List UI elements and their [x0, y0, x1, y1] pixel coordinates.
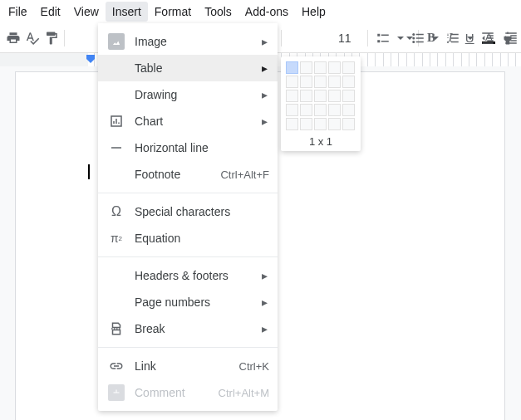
checklist-dropdown[interactable]	[395, 34, 406, 42]
menu-item-shortcut: Ctrl+K	[239, 360, 269, 373]
menu-item-label: Comment	[135, 386, 219, 399]
chevron-right-icon: ▸	[259, 35, 269, 48]
menu-view[interactable]: View	[67, 2, 106, 22]
menu-item-horizontal-line[interactable]: Horizontal line	[98, 134, 278, 161]
horizontal-line-icon	[108, 139, 125, 156]
link-icon	[108, 358, 125, 374]
menu-file[interactable]: File	[2, 2, 34, 22]
menu-bar: File Edit View Insert Format Tools Add-o…	[0, 0, 521, 23]
menu-item-label: Chart	[135, 115, 259, 128]
table-grid[interactable]	[286, 61, 356, 130]
menu-item-headers-footers[interactable]: Headers & footers ▸	[98, 262, 278, 289]
pi-icon: π2	[108, 230, 125, 247]
blank-icon	[108, 86, 125, 103]
toolbar-separator	[64, 30, 65, 46]
chevron-right-icon: ▸	[259, 322, 269, 335]
chart-icon	[108, 113, 125, 129]
table-grid-cell[interactable]	[314, 90, 327, 102]
menu-insert[interactable]: Insert	[106, 2, 148, 22]
menu-item-comment[interactable]: Comment Ctrl+Alt+M	[98, 379, 278, 406]
table-grid-cell[interactable]	[328, 61, 341, 74]
menu-item-label: Equation	[135, 232, 269, 245]
chevron-down-icon	[466, 34, 474, 42]
paint-roller-icon	[44, 31, 59, 46]
page-break-icon	[108, 320, 125, 337]
table-grid-cell[interactable]	[314, 104, 327, 116]
table-grid-cell[interactable]	[342, 76, 355, 88]
menu-edit[interactable]: Edit	[34, 2, 67, 22]
table-grid-cell[interactable]	[300, 118, 312, 130]
menu-tools[interactable]: Tools	[198, 2, 238, 22]
menu-item-table[interactable]: Table ▸	[98, 55, 278, 81]
paint-format-button[interactable]	[42, 27, 61, 50]
table-grid-cell[interactable]	[328, 118, 341, 130]
menu-addons[interactable]: Add-ons	[238, 2, 295, 22]
indent-marker-icon[interactable]	[86, 55, 95, 65]
table-dimensions-label: 1 x 1	[286, 135, 356, 148]
menu-item-drawing[interactable]: Drawing ▸	[98, 81, 278, 108]
bulleted-list-dropdown[interactable]	[430, 34, 441, 42]
numbered-list-icon	[445, 31, 460, 46]
numbered-list-dropdown[interactable]	[464, 34, 476, 42]
svg-point-5	[412, 41, 415, 43]
table-grid-cell[interactable]	[342, 118, 355, 130]
decrease-indent-button[interactable]	[476, 27, 499, 50]
table-grid-cell[interactable]	[300, 90, 312, 102]
table-grid-cell[interactable]	[286, 90, 298, 102]
table-grid-cell[interactable]	[286, 104, 298, 116]
menu-item-break[interactable]: Break ▸	[98, 315, 278, 342]
menu-item-label: Headers & footers	[135, 269, 259, 282]
table-grid-cell[interactable]	[300, 61, 312, 74]
menu-separator	[98, 256, 278, 257]
table-grid-cell[interactable]	[342, 61, 355, 74]
table-grid-cell[interactable]	[328, 104, 341, 116]
menu-item-label: Special characters	[135, 205, 269, 218]
table-grid-cell[interactable]	[286, 76, 298, 88]
table-grid-cell[interactable]	[328, 76, 341, 88]
checklist-button[interactable]	[371, 27, 395, 50]
menu-item-link[interactable]: Link Ctrl+K	[98, 353, 278, 379]
chevron-right-icon: ▸	[259, 61, 269, 75]
menu-format[interactable]: Format	[148, 2, 198, 22]
menu-item-image[interactable]: Image ▸	[98, 28, 278, 55]
table-grid-cell[interactable]	[314, 118, 327, 130]
menu-item-special-characters[interactable]: Ω Special characters	[98, 198, 278, 225]
bulleted-list-button[interactable]	[406, 27, 430, 50]
toolbar-separator	[281, 30, 282, 46]
blank-icon	[108, 267, 125, 284]
table-grid-cell[interactable]	[300, 76, 312, 88]
table-grid-cell[interactable]	[342, 90, 355, 102]
table-grid-cell[interactable]	[314, 76, 327, 88]
omega-icon: Ω	[108, 203, 125, 220]
menu-help[interactable]: Help	[295, 2, 332, 22]
menu-item-footnote[interactable]: Footnote Ctrl+Alt+F	[98, 161, 278, 188]
increase-indent-button[interactable]	[499, 27, 521, 50]
menu-item-page-numbers[interactable]: Page numbers ▸	[98, 289, 278, 315]
chevron-right-icon: ▸	[259, 115, 269, 128]
decrease-indent-icon	[480, 31, 495, 46]
table-grid-cell[interactable]	[300, 104, 312, 116]
spellcheck-button[interactable]	[22, 27, 42, 50]
insert-menu-dropdown: Image ▸ Table ▸ Drawing ▸ Chart ▸ Horizo…	[98, 23, 278, 411]
table-grid-cell[interactable]	[342, 104, 355, 116]
image-icon	[108, 33, 125, 50]
svg-point-4	[412, 37, 415, 40]
chevron-down-icon	[431, 34, 440, 42]
chevron-right-icon: ▸	[259, 269, 269, 282]
print-button[interactable]	[3, 27, 22, 50]
table-grid-cell[interactable]	[314, 61, 327, 74]
menu-separator	[98, 347, 278, 348]
menu-item-label: Image	[135, 35, 259, 48]
comment-icon	[108, 384, 125, 401]
menu-item-equation[interactable]: π2 Equation	[98, 225, 278, 252]
table-grid-cell[interactable]	[286, 61, 298, 74]
menu-item-chart[interactable]: Chart ▸	[98, 108, 278, 134]
print-icon	[6, 31, 21, 46]
numbered-list-button[interactable]	[441, 27, 464, 50]
table-grid-cell[interactable]	[286, 118, 298, 130]
menu-item-label: Link	[135, 359, 239, 373]
menu-separator	[98, 193, 278, 193]
increase-indent-icon	[504, 31, 519, 46]
table-grid-cell[interactable]	[328, 90, 341, 102]
menu-item-label: Horizontal line	[135, 141, 269, 154]
